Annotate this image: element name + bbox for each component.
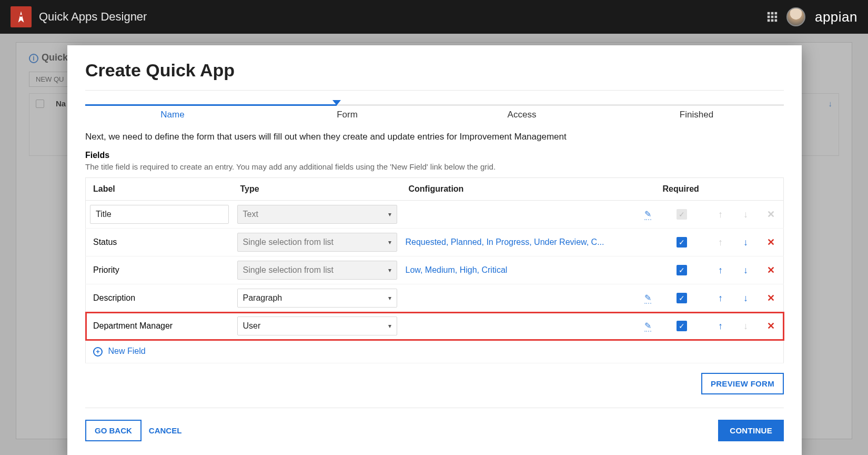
move-up-icon[interactable]: ↑ <box>718 321 723 332</box>
pencil-icon[interactable]: ✎ <box>644 209 651 220</box>
chevron-down-icon: ▾ <box>388 211 391 218</box>
required-checkbox[interactable]: ✓ <box>677 321 687 331</box>
col-type: Type <box>233 178 401 201</box>
move-down-icon[interactable]: ↓ <box>743 265 748 276</box>
svg-rect-2 <box>771 12 774 15</box>
col-required: Required <box>655 178 708 201</box>
fields-table: Label Type Configuration Required Text▾✎… <box>85 177 784 363</box>
delete-icon[interactable]: ✕ <box>767 236 775 248</box>
delete-icon[interactable]: ✕ <box>767 292 775 304</box>
modal-footer: GO BACK CANCEL CONTINUE <box>85 408 784 441</box>
table-row: PrioritySingle selection from list▾Low, … <box>86 256 784 284</box>
move-up-icon: ↑ <box>718 209 723 220</box>
form-instruction: Next, we need to define the form that us… <box>85 132 784 142</box>
field-config-link[interactable]: Low, Medium, High, Critical <box>406 265 508 274</box>
required-checkbox: ✓ <box>677 209 687 220</box>
col-label: Label <box>86 178 233 201</box>
field-label-text: Priority <box>90 265 119 274</box>
chevron-down-icon: ▾ <box>388 239 391 246</box>
svg-rect-1 <box>768 12 770 15</box>
fields-heading: Fields <box>85 151 784 160</box>
move-down-icon: ↓ <box>743 209 748 220</box>
field-type-select[interactable]: User▾ <box>237 316 397 335</box>
wizard-step-name[interactable]: Name <box>85 110 260 120</box>
continue-button[interactable]: CONTINUE <box>718 420 784 441</box>
table-row: StatusSingle selection from list▾Request… <box>86 229 784 256</box>
field-type-select: Single selection from list▾ <box>237 261 397 280</box>
wizard-step-access[interactable]: Access <box>435 110 609 120</box>
apps-grid-icon[interactable] <box>766 11 778 23</box>
move-down-icon[interactable]: ↓ <box>743 237 748 248</box>
required-checkbox[interactable]: ✓ <box>677 265 687 275</box>
brand-logo <box>11 6 32 27</box>
fields-help: The title field is required to create an… <box>85 162 784 171</box>
brand-title: Quick Apps Designer <box>39 10 147 24</box>
delete-icon: ✕ <box>767 209 775 220</box>
svg-rect-4 <box>768 16 770 18</box>
new-field-row: + New Field <box>86 340 784 363</box>
pencil-icon[interactable]: ✎ <box>644 293 651 304</box>
go-back-button[interactable]: GO BACK <box>85 420 142 441</box>
preview-form-button[interactable]: PREVIEW FORM <box>701 373 784 394</box>
delete-icon[interactable]: ✕ <box>767 320 775 332</box>
svg-rect-5 <box>771 16 774 18</box>
required-checkbox[interactable]: ✓ <box>677 293 687 303</box>
table-row: Department ManagerUser▾✎✓↑↓✕ <box>86 312 784 340</box>
delete-icon[interactable]: ✕ <box>767 264 775 276</box>
wizard-step-form[interactable]: Form <box>260 110 435 120</box>
new-field-link[interactable]: + New Field <box>93 347 146 355</box>
move-up-icon[interactable]: ↑ <box>718 293 723 304</box>
modal-title: Create Quick App <box>85 60 784 81</box>
compass-icon <box>14 10 28 24</box>
vendor-wordmark: appian <box>815 9 857 25</box>
svg-rect-3 <box>775 12 778 15</box>
chevron-down-icon: ▾ <box>388 266 391 274</box>
field-label-text: Description <box>90 293 135 302</box>
move-up-icon[interactable]: ↑ <box>718 265 723 276</box>
move-down-icon: ↓ <box>743 321 748 332</box>
move-down-icon[interactable]: ↓ <box>743 293 748 304</box>
field-label-input[interactable] <box>90 205 229 224</box>
table-row: Text▾✎✓↑↓✕ <box>86 201 784 229</box>
field-type-select: Text▾ <box>237 205 397 224</box>
field-label-text: Department Manager <box>90 321 173 330</box>
field-label-text: Status <box>90 238 117 246</box>
avatar[interactable] <box>786 7 805 26</box>
pencil-icon[interactable]: ✎ <box>644 321 651 332</box>
wizard-stepper: Name Form Access Finished <box>85 102 784 125</box>
svg-rect-6 <box>775 16 778 18</box>
cancel-button[interactable]: CANCEL <box>149 426 182 435</box>
move-up-icon: ↑ <box>718 237 723 248</box>
create-quick-app-modal: Create Quick App Name Form Access Finish… <box>67 45 802 455</box>
svg-rect-9 <box>775 19 778 22</box>
chevron-down-icon: ▾ <box>388 294 391 302</box>
col-config: Configuration <box>401 178 655 201</box>
svg-rect-7 <box>768 19 770 22</box>
plus-icon: + <box>93 347 103 357</box>
field-type-select: Single selection from list▾ <box>237 233 397 252</box>
top-bar: Quick Apps Designer appian <box>0 0 868 34</box>
required-checkbox[interactable]: ✓ <box>677 237 687 248</box>
svg-rect-8 <box>771 19 774 22</box>
field-config-link[interactable]: Requested, Planned, In Progress, Under R… <box>406 238 604 246</box>
chevron-down-icon: ▾ <box>388 322 391 330</box>
wizard-step-finished[interactable]: Finished <box>609 110 784 120</box>
field-type-select[interactable]: Paragraph▾ <box>237 289 397 308</box>
svg-point-0 <box>20 15 22 17</box>
table-row: DescriptionParagraph▾✎✓↑↓✕ <box>86 284 784 312</box>
